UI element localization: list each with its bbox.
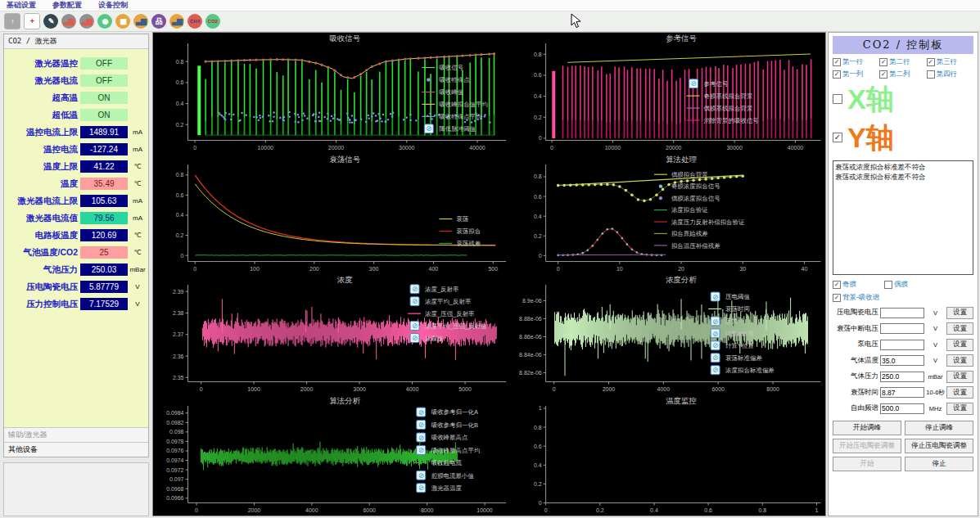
topology-icon[interactable]: 品 xyxy=(151,14,166,29)
set-button-5[interactable]: 设置 xyxy=(946,386,973,399)
param-unit: ℃ xyxy=(128,232,147,239)
checkbox[interactable]: ✓ xyxy=(833,281,841,289)
x-tick-label: 6000 xyxy=(363,507,376,512)
param-unit: mA xyxy=(128,128,147,136)
chart-algorithm-analysis[interactable]: 算法分析02000400060008000100000.09660.09680.… xyxy=(153,395,511,516)
accordion-item-0[interactable]: 辅助/激光器 xyxy=(4,427,148,442)
co2-icon[interactable]: CO2 xyxy=(205,14,220,29)
x-tick-label: 4000 xyxy=(305,507,318,512)
field-input-5[interactable] xyxy=(880,387,924,398)
menu-item-1[interactable]: 参数配置 xyxy=(52,0,82,11)
set-button-2[interactable]: 设置 xyxy=(946,339,973,351)
action-button-1-1[interactable]: 停止压电陶瓷调整 xyxy=(905,439,973,453)
param-row: 温控电流-127.24mA xyxy=(4,141,148,158)
action-button-0-0[interactable]: 开始调峰 xyxy=(833,421,901,435)
set-button-6[interactable]: 设置 xyxy=(946,403,973,415)
grid-check-3[interactable]: ✓第一列 xyxy=(833,70,879,79)
x-tick-label: 4000 xyxy=(657,386,670,392)
checkbox[interactable]: ✓ xyxy=(833,294,841,302)
field-input-6[interactable] xyxy=(880,403,924,414)
background-absorption-check[interactable]: ✓背景-吸收谱 xyxy=(833,293,973,303)
checkbox[interactable]: ✓ xyxy=(879,70,887,79)
chart-algorithm-processing[interactable]: 算法处理01020304000.20.40.60.8偶膜拟合背景奇膜浓度拟合信号… xyxy=(511,154,825,275)
chart-cell-algorithm-processing[interactable]: 算法处理01020304000.20.40.60.8偶膜拟合背景奇膜浓度拟合信号… xyxy=(511,154,825,275)
grid-check-4[interactable]: ✓第二列 xyxy=(879,70,926,79)
bar-chart-icon[interactable]: ▃▆ xyxy=(133,14,148,29)
set-button-0[interactable]: 设置 xyxy=(946,307,973,319)
action-button-2-0[interactable]: 开始 xyxy=(833,457,901,471)
no-symbol-icon: ⊘ xyxy=(418,408,424,416)
field-input-2[interactable] xyxy=(880,340,924,350)
action-button-2-1[interactable]: 停止 xyxy=(905,457,973,471)
legend-label: 吸收特殊点 xyxy=(439,76,470,83)
accordion-item-1[interactable]: 其他设备 xyxy=(4,442,148,457)
chart-cell-algorithm-analysis[interactable]: 算法分析02000400060008000100000.09660.09680.… xyxy=(153,395,511,516)
field-input-1[interactable] xyxy=(880,323,924,334)
accordion-header-laser[interactable]: CO2 / 激光器 xyxy=(4,34,148,49)
axis-toggle-1[interactable]: ✓Y轴 xyxy=(833,118,973,156)
film-check-0[interactable]: ✓奇膜 xyxy=(833,280,856,290)
chart-reference-signal[interactable]: 参考信号01000020000300004000000.20.40.60.8⊘参… xyxy=(511,33,825,154)
param-label: 超高温 xyxy=(4,92,78,104)
y-tick-label: 0.097 xyxy=(169,476,184,482)
checkbox[interactable]: ✓ xyxy=(833,133,842,142)
grid-check-2[interactable]: ✓第三行 xyxy=(927,57,973,67)
histogram-red-icon[interactable]: ▃▆ xyxy=(61,14,76,29)
ch4-icon[interactable]: CH4 xyxy=(187,14,202,29)
histogram-red2-icon[interactable]: ▃▆ xyxy=(79,14,94,29)
chart-cell-concentration-analysis[interactable]: 浓度分析020004000600080008.82e-068.84e-068.8… xyxy=(511,274,825,395)
y-tick-label: 0.2 xyxy=(534,232,542,238)
chart-absorb-signal[interactable]: 吸收信号0100002000030000400000.20.40.60.8吸收信… xyxy=(153,33,511,154)
chart-temperature-monitor[interactable]: 温度监控00.20.40.60.8100.20.40.60.81 xyxy=(511,395,825,516)
bar-chart2-icon[interactable]: ▃▆ xyxy=(169,14,184,29)
chart-concentration-analysis[interactable]: 浓度分析020004000600080008.82e-068.84e-068.8… xyxy=(511,274,825,395)
legend-label: 吸收峰最高点平均 xyxy=(431,446,481,453)
legend-label: 压力 xyxy=(725,318,738,325)
chart-concentration[interactable]: 浓度0100020003000400050002.352.362.372.382… xyxy=(153,274,511,395)
set-button-3[interactable]: 设置 xyxy=(946,354,973,367)
grid-check-0[interactable]: ✓第一行 xyxy=(833,57,879,67)
action-button-1-0[interactable]: 开始压电陶瓷调整 xyxy=(833,439,901,453)
checkbox[interactable]: ✓ xyxy=(927,58,935,66)
field-row-3: 气体温度V设置 xyxy=(833,354,973,367)
chart-cell-ringdown-signal[interactable]: 衰荡信号010020030040050000.20.40.60.8衰荡衰荡拟合衰… xyxy=(153,154,511,275)
field-input-4[interactable] xyxy=(880,372,924,382)
checkbox[interactable]: ✓ xyxy=(833,70,841,79)
cursor-tool-icon[interactable]: + xyxy=(24,13,40,29)
chart-ringdown-signal[interactable]: 衰荡信号010020030040050000.20.40.60.8衰荡衰荡拟合衰… xyxy=(153,154,511,275)
checkbox[interactable] xyxy=(927,70,935,79)
controller-icon[interactable]: ◉ xyxy=(97,14,112,29)
checkbox[interactable] xyxy=(884,281,892,289)
chart-cell-reference-signal[interactable]: 参考信号01000020000300004000000.20.40.60.8⊘参… xyxy=(511,33,825,154)
checkbox[interactable] xyxy=(833,94,842,104)
y-tick-label: 0.4 xyxy=(534,462,542,467)
grid-check-1[interactable]: ✓第二行 xyxy=(879,57,926,67)
legend-label: 浓度_压强_反射率 xyxy=(425,310,475,318)
y-tick-label: 8.86e-06 xyxy=(519,334,542,340)
y-tick-label: 0.0968 xyxy=(166,485,183,491)
axis-toggle-0[interactable]: X轴 xyxy=(833,79,973,118)
grid-check-label: 第一行 xyxy=(842,57,864,67)
y-tick-label: 0.098 xyxy=(169,429,184,435)
home-button[interactable]: ↑ xyxy=(4,13,20,29)
film-check-1[interactable]: 偶膜 xyxy=(884,280,908,290)
menu-item-0[interactable]: 基础设置 xyxy=(7,0,36,11)
chart-cell-temperature-monitor[interactable]: 温度监控00.20.40.60.8100.20.40.60.81 xyxy=(511,395,825,516)
set-button-4[interactable]: 设置 xyxy=(946,371,973,383)
chart-cell-concentration[interactable]: 浓度0100020003000400050002.352.362.372.382… xyxy=(153,274,511,395)
legend-label: 奇膜浓度拟合信号 xyxy=(671,182,720,190)
table-icon[interactable]: ▦ xyxy=(115,14,130,29)
field-input-0[interactable] xyxy=(880,308,924,318)
param-row: 激光器电流值79.56mA xyxy=(4,209,148,227)
chart-cell-absorb-signal[interactable]: 吸收信号0100002000030000400000.20.40.60.8吸收信… xyxy=(153,33,511,154)
alarm-list[interactable]: 衰荡或浓度拟合标准差不符合 衰荡或浓度拟合标准差不符合 xyxy=(833,160,973,275)
checkbox[interactable]: ✓ xyxy=(879,58,887,66)
grid-check-5[interactable]: 第四行 xyxy=(927,70,973,79)
edit-pen-icon[interactable]: ✎ xyxy=(43,14,58,29)
legend-label: 吸收峰值 xyxy=(439,88,463,96)
field-input-3[interactable] xyxy=(880,355,924,366)
menu-item-2[interactable]: 设备控制 xyxy=(98,0,128,11)
set-button-1[interactable]: 设置 xyxy=(946,322,973,335)
checkbox[interactable]: ✓ xyxy=(833,58,841,66)
action-button-0-1[interactable]: 停止调峰 xyxy=(905,421,973,435)
